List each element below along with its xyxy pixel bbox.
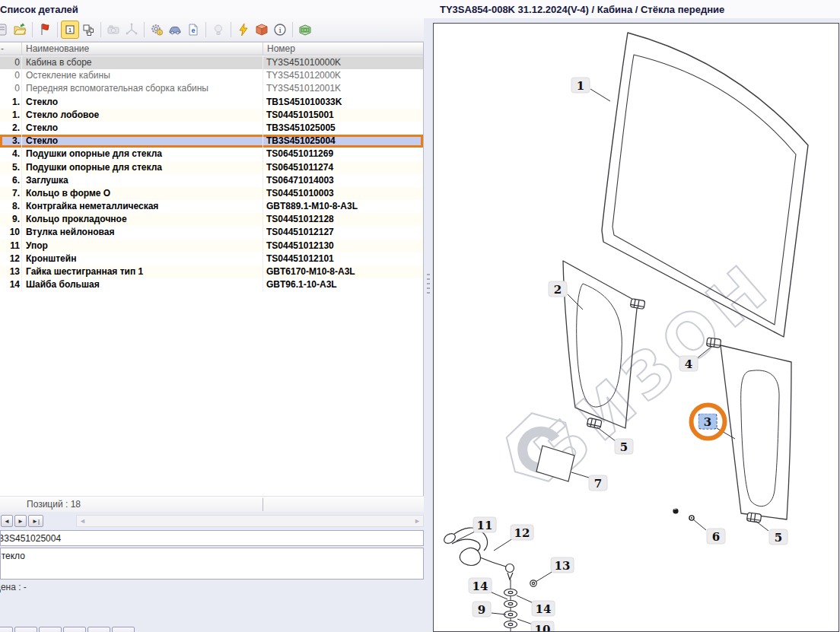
table-row[interactable]: 11УпорTS04451012130: [0, 240, 423, 252]
parts-table-header: - Наименование Номер: [0, 43, 423, 56]
part-name-field[interactable]: Стекло: [0, 548, 424, 580]
table-row[interactable]: 6.ЗаглушкаTS06471014003: [0, 174, 423, 187]
table-row[interactable]: 0Передняя вспомогательная сборка кабиныT…: [0, 82, 423, 95]
cell-pos: 9.: [0, 213, 20, 226]
diagram-callout-1[interactable]: 1: [571, 78, 590, 94]
diagram-callout-12[interactable]: 12: [511, 525, 534, 541]
cell-name: Стекло: [21, 96, 261, 109]
table-row[interactable]: 14Шайба большаяGBT96.1-10-A3L: [0, 278, 423, 291]
cell-pos: 12: [0, 252, 20, 265]
panel-splitter[interactable]: [424, 23, 433, 632]
table-row[interactable]: 0Кабина в сбореTY3S451010000K: [0, 56, 423, 69]
column-header-name[interactable]: Наименование: [21, 43, 262, 56]
camera-icon[interactable]: [104, 21, 123, 39]
bottom-button[interactable]: [112, 627, 135, 632]
cube-icon[interactable]: [253, 21, 271, 39]
diagram-callout-5[interactable]: 5: [615, 439, 634, 455]
positions-count: Позиций : 18: [27, 499, 81, 510]
part-number-field[interactable]: TB3S451025004: [0, 530, 424, 546]
cell-pos: 7.: [0, 187, 20, 200]
table-row[interactable]: 5.Подушки опорные для стеклаTS0645101127…: [0, 161, 423, 174]
table-row[interactable]: 1.СтеклоTB1S451010033K: [0, 96, 423, 109]
diagram-callout-3[interactable]: 3: [698, 414, 718, 430]
car-icon[interactable]: [166, 21, 184, 39]
cell-pos: 1.: [0, 109, 20, 122]
cell-pos: 0: [0, 82, 20, 95]
cell-name: Стекло: [21, 135, 261, 148]
table-row[interactable]: 2.СтеклоTB3S451025005: [0, 122, 423, 135]
svg-text:i: i: [278, 26, 281, 34]
document-icon[interactable]: e: [184, 21, 202, 39]
cell-name: Стекло лобовое: [21, 109, 261, 122]
axes-icon[interactable]: [123, 21, 141, 39]
info-icon[interactable]: i: [271, 21, 289, 39]
cell-num: GBT96.1-10-A3L: [262, 278, 423, 291]
cell-num: TS06471014003: [262, 174, 423, 187]
cell-pos: 13: [0, 265, 20, 278]
diagram-callout-13[interactable]: 13: [551, 557, 574, 573]
table-row[interactable]: 13Гайка шестигранная тип 1GBT6170-M10-8-…: [0, 265, 423, 278]
cell-name: Контргайка неметаллическая: [21, 200, 261, 213]
bottom-button[interactable]: [88, 627, 110, 632]
single-callout-icon[interactable]: 1: [61, 21, 79, 39]
diagram-callout-6[interactable]: 6: [707, 529, 726, 545]
table-row[interactable]: 8.Контргайка неметаллическаяGBT889.1-M10…: [0, 200, 423, 213]
bulb-icon[interactable]: [209, 21, 228, 39]
cell-pos: 4.: [0, 148, 20, 160]
right-quarter-glass[interactable]: [721, 345, 791, 519]
diagram-callout-14[interactable]: 14: [532, 601, 555, 617]
table-row[interactable]: 7.Кольцо в форме ОTS04451010003: [0, 187, 423, 200]
column-header-pos[interactable]: -: [0, 43, 21, 56]
table-row[interactable]: 10Втулка нейлоноваяTS04451012127: [0, 226, 423, 239]
hierarchy-icon[interactable]: [79, 21, 97, 39]
diagram-callout-2[interactable]: 2: [549, 281, 568, 297]
cell-num: TY3S451010000K: [262, 56, 423, 69]
cell-pos: 3.: [0, 135, 20, 148]
lightning-icon[interactable]: [234, 21, 253, 39]
flag-icon[interactable]: [36, 21, 54, 39]
diagram-panel: БИЗОН: [433, 23, 839, 632]
diagram-callout-11[interactable]: 11: [473, 517, 497, 533]
cell-num: GBT889.1-M10-8-A3L: [262, 200, 423, 213]
cell-name: Остекление кабины: [21, 69, 261, 82]
diagram-callout-4[interactable]: 4: [679, 356, 698, 372]
bottom-button[interactable]: [39, 627, 62, 632]
table-row[interactable]: 0Остекление кабиныTY3S451012000K: [0, 69, 423, 82]
toolbar: 1 i e i: [0, 18, 424, 42]
status-bar: Позиций : 18: [0, 496, 424, 512]
table-row[interactable]: 12КронштейнTS04451012101: [0, 252, 423, 265]
clipboard-icon[interactable]: [0, 21, 11, 39]
bottom-buttons: [0, 627, 424, 632]
bottom-button[interactable]: [63, 627, 86, 632]
prev-record-button[interactable]: ◄: [1, 515, 13, 527]
cell-pos: 14: [0, 278, 20, 291]
table-row[interactable]: 1.Стекло лобовоеTS04451015001: [0, 109, 423, 122]
table-row[interactable]: 4.Подушки опорные для стеклаTS0645101126…: [0, 148, 423, 160]
bottom-button[interactable]: [14, 627, 37, 632]
scroll-left-icon[interactable]: ◄: [79, 517, 86, 525]
open-folder-icon[interactable]: [11, 21, 29, 39]
gear-money-icon[interactable]: i: [148, 21, 166, 39]
diagram-callout-5[interactable]: 5: [769, 529, 788, 545]
bottom-button[interactable]: [0, 627, 13, 632]
cell-num: TS04451015001: [262, 109, 423, 122]
diagram-callout-14[interactable]: 14: [469, 578, 492, 594]
cell-num: TB1S451010033K: [262, 96, 423, 109]
cell-name: Заглушка: [21, 174, 261, 187]
cell-pos: 5.: [0, 161, 20, 174]
parts-table: - Наименование Номер 0Кабина в сбореTY3S…: [0, 42, 424, 496]
last-record-button[interactable]: ►|: [28, 515, 43, 527]
cell-num: TS04451012128: [262, 213, 423, 226]
money-icon[interactable]: [296, 21, 314, 39]
next-record-button[interactable]: ►: [14, 515, 27, 527]
scroll-right-icon[interactable]: ►: [414, 517, 421, 525]
table-row[interactable]: 3.СтеклоTB3S451025004: [0, 135, 423, 148]
cell-name: Шайба большая: [21, 278, 261, 291]
diagram-callout-9[interactable]: 9: [473, 602, 492, 618]
table-row[interactable]: 9.Кольцо прокладочноеTS04451012128: [0, 213, 423, 226]
diagram-callout-7[interactable]: 7: [589, 475, 608, 491]
column-header-number[interactable]: Номер: [262, 43, 423, 56]
diagram-callout-10[interactable]: 10: [531, 621, 555, 632]
horizontal-scrollbar[interactable]: ◄ ►: [76, 515, 424, 527]
cell-name: Передняя вспомогательная сборка кабины: [21, 82, 261, 95]
